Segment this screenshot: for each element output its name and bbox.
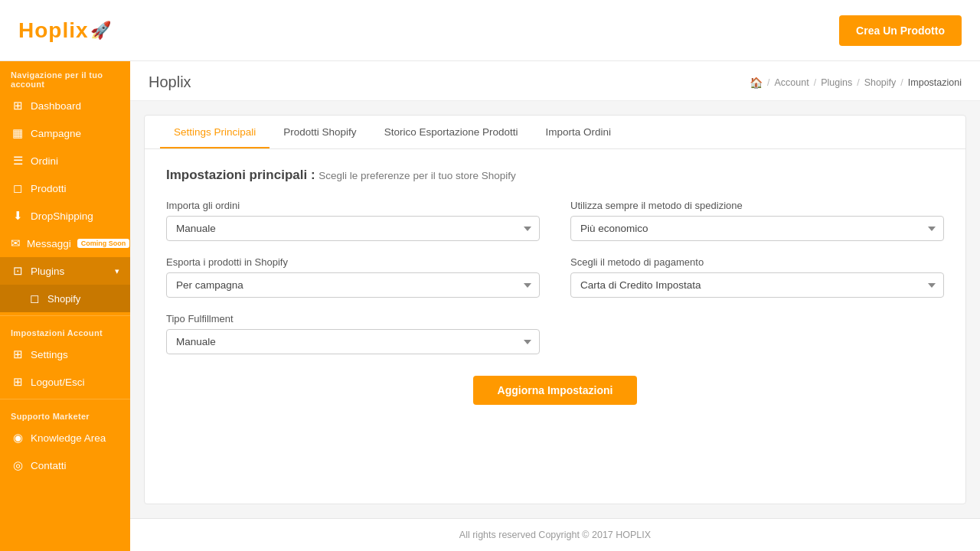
sidebar-label: Settings [31, 349, 119, 360]
home-icon: 🏠 [750, 77, 763, 89]
breadcrumb-sep: / [857, 77, 859, 88]
divider [0, 315, 130, 316]
prodotti-icon: ◻ [11, 181, 24, 195]
tab-prodotti-shopify[interactable]: Prodotti Shopify [270, 116, 370, 148]
importa-select[interactable]: Manuale Automatico [166, 216, 540, 241]
form-group-importa: Importa gli ordini Manuale Automatico [166, 200, 540, 241]
logo-text: Hoplix [18, 18, 89, 43]
sidebar-label: DropShipping [31, 210, 119, 222]
sidebar-label: Logout/Esci [31, 377, 119, 388]
chevron-down-icon: ▾ [115, 266, 119, 276]
footer: All rights reserved Copyright © 2017 HOP… [130, 518, 980, 551]
sidebar-label: Plugins [31, 266, 109, 277]
breadcrumb-current: Impostazioni [908, 77, 962, 88]
update-button[interactable]: Aggiorna Impostazioni [473, 376, 638, 405]
tab-settings-principali[interactable]: Settings Principali [160, 116, 270, 148]
ordini-icon: ☰ [11, 154, 24, 168]
shopify-icon: ◻ [28, 292, 41, 305]
coming-soon-badge: Coming Soon [77, 239, 130, 248]
top-header: Hoplix 🚀 Crea Un Prodotto [0, 0, 980, 61]
tabs-row: Settings Principali Prodotti Shopify Sto… [145, 116, 965, 149]
sidebar-item-messaggi[interactable]: ✉ Messaggi Coming Soon [0, 230, 130, 257]
sidebar-item-ordini[interactable]: ☰ Ordini [0, 147, 130, 174]
sidebar-label: Contatti [31, 460, 119, 471]
breadcrumb-plugins: Plugins [821, 77, 852, 88]
sidebar-item-logout[interactable]: ⊞ Logout/Esci [0, 368, 130, 396]
divider [0, 399, 130, 399]
account-section-label: Impostazioni Account [0, 319, 130, 341]
logout-icon: ⊞ [11, 375, 24, 389]
form-group-spedizione: Utilizza sempre il metodo di spedizione … [570, 200, 944, 241]
breadcrumb: 🏠 / Account / Plugins / Shopify / Impost… [750, 77, 962, 89]
sidebar-item-dropshipping[interactable]: ⬇ DropShipping [0, 202, 130, 230]
dashboard-icon: ⊞ [11, 99, 24, 112]
nav-section-label: Navigazione per il tuo account [0, 61, 130, 92]
sidebar-item-contatti[interactable]: ◎ Contatti [0, 452, 130, 479]
pagamento-label: Scegli il metodo di pagamento [570, 256, 944, 268]
sidebar-label: Dashboard [31, 100, 119, 112]
breadcrumb-sep: / [900, 77, 903, 88]
fulfillment-label: Tipo Fulfillment [166, 313, 540, 324]
importa-label: Importa gli ordini [166, 200, 540, 211]
form-group-esporta: Esporta i prodotti in Shopify Per campag… [166, 256, 540, 298]
sidebar-label: Knowledge Area [31, 432, 119, 444]
spedizione-label: Utilizza sempre il metodo di spedizione [570, 200, 944, 211]
section-subtitle: Scegli le preferenze per il tuo store Sh… [318, 170, 515, 181]
sidebar-label: Prodotti [31, 183, 119, 194]
sidebar-label: Ordini [31, 155, 119, 167]
form-group-pagamento: Scegli il metodo di pagamento Carta di C… [570, 256, 944, 298]
breadcrumb-sep: / [767, 77, 769, 88]
sidebar: Navigazione per il tuo account ⊞ Dashboa… [0, 61, 130, 551]
tab-storico[interactable]: Storico Esportazione Prodotti [371, 116, 532, 148]
spedizione-select[interactable]: Più economico Più veloce [570, 216, 944, 241]
grid-spacer [570, 313, 944, 354]
sidebar-item-knowledge[interactable]: ◉ Knowledge Area [0, 424, 130, 452]
breadcrumb-account: Account [774, 77, 808, 88]
sidebar-label: Campagne [31, 128, 119, 139]
page-title: Hoplix [149, 73, 191, 91]
sidebar-sub-plugins: ◻ Shopify [0, 285, 130, 312]
sidebar-item-plugins[interactable]: ⊡ Plugins ▾ [0, 257, 130, 285]
section-title: Impostazioni principali : Scegli le pref… [166, 168, 516, 182]
logo: Hoplix 🚀 [18, 18, 111, 43]
settings-icon: ⊞ [11, 347, 24, 361]
fulfillment-select[interactable]: Manuale Automatico [166, 329, 540, 354]
sidebar-item-shopify[interactable]: ◻ Shopify [0, 285, 130, 312]
main-layout: Navigazione per il tuo account ⊞ Dashboa… [0, 61, 980, 551]
card-content: Impostazioni principali : Scegli le pref… [145, 149, 965, 423]
breadcrumb-shopify: Shopify [864, 77, 897, 88]
breadcrumb-sep: / [814, 77, 816, 88]
esporta-select[interactable]: Per campagna Tutti [166, 272, 540, 298]
footer-text: All rights reserved Copyright © 2017 HOP… [459, 530, 651, 540]
section-title-row: Impostazioni principali : Scegli le pref… [166, 168, 944, 183]
knowledge-icon: ◉ [11, 431, 24, 445]
sidebar-label: Shopify [47, 293, 119, 305]
sidebar-item-prodotti[interactable]: ◻ Prodotti [0, 174, 130, 202]
form-group-fulfillment: Tipo Fulfillment Manuale Automatico [166, 313, 540, 354]
main-card: Settings Principali Prodotti Shopify Sto… [144, 115, 966, 504]
form-grid: Importa gli ordini Manuale Automatico Ut… [166, 200, 944, 354]
page-header: Hoplix 🏠 / Account / Plugins / Shopify /… [130, 61, 980, 101]
contatti-icon: ◎ [11, 458, 24, 472]
rocket-icon: 🚀 [90, 21, 111, 41]
esporta-label: Esporta i prodotti in Shopify [166, 256, 540, 268]
plugins-icon: ⊡ [11, 264, 24, 278]
sidebar-item-dashboard[interactable]: ⊞ Dashboard [0, 92, 130, 119]
sidebar-item-settings[interactable]: ⊞ Settings [0, 341, 130, 368]
content-area: Hoplix 🏠 / Account / Plugins / Shopify /… [130, 61, 980, 551]
sidebar-label: Messaggi [27, 238, 71, 249]
campagne-icon: ▦ [11, 126, 24, 140]
create-product-button[interactable]: Crea Un Prodotto [839, 15, 962, 46]
pagamento-select[interactable]: Carta di Credito Impostata PayPal [570, 272, 944, 298]
messaggi-icon: ✉ [11, 236, 21, 250]
dropshipping-icon: ⬇ [11, 209, 24, 223]
support-section-label: Supporto Marketer [0, 403, 130, 424]
tab-importa-ordini[interactable]: Importa Ordini [531, 116, 625, 148]
sidebar-item-campagne[interactable]: ▦ Campagne [0, 119, 130, 147]
